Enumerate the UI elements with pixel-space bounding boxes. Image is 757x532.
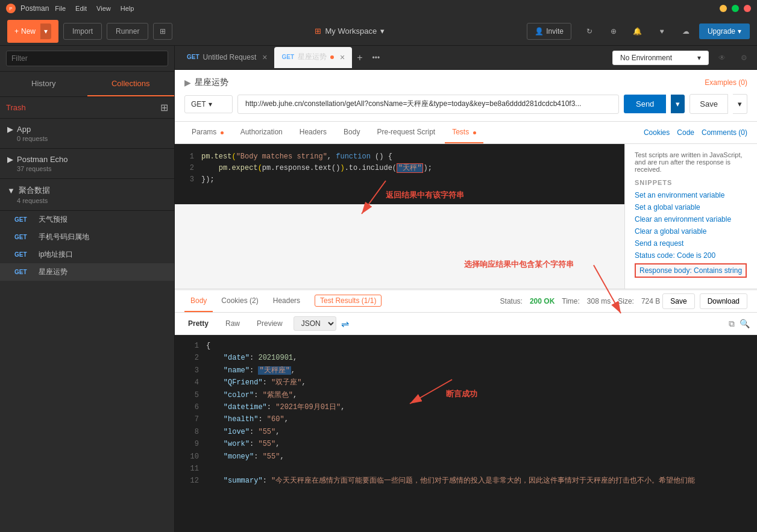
json-line-3: 3 "name": "天秤座", xyxy=(182,365,750,377)
fmt-raw[interactable]: Raw xyxy=(219,317,246,330)
tab-constellation[interactable]: GET 星座运势 × xyxy=(274,47,352,68)
req-tab-tests[interactable]: Tests xyxy=(445,122,483,143)
resp-tab-body[interactable]: Body xyxy=(184,290,213,312)
extra-button[interactable]: ⊞ xyxy=(153,23,172,40)
snippet-status-200[interactable]: Status code: Code is 200 xyxy=(635,251,747,260)
cookies-link[interactable]: Cookies xyxy=(644,128,670,137)
notification-icon[interactable]: 🔔 xyxy=(629,23,646,40)
req-tab-prerequest[interactable]: Pre-request Script xyxy=(369,122,442,143)
request-expand-icon: ▶ xyxy=(184,78,191,87)
workspace-chevron-icon: ▾ xyxy=(380,27,385,36)
heart-icon[interactable]: ♥ xyxy=(653,23,670,40)
response-format-bar: Pretty Raw Preview JSON ⇌ ⧉ 🔍 xyxy=(175,313,757,335)
request-constellation[interactable]: GET 星座运势 xyxy=(0,263,174,281)
workspace-selector[interactable]: ⊞ My Workspace ▾ xyxy=(315,27,385,36)
snippet-global-var[interactable]: Set a global variable xyxy=(635,203,747,211)
resp-tab-test-results[interactable]: Test Results (1/1) xyxy=(309,290,388,312)
code-editor[interactable]: 1 pm.test("Body matches string", functio… xyxy=(175,144,624,204)
json-line-7: 7 "health": "60", xyxy=(182,413,750,425)
sync-icon[interactable]: ↻ xyxy=(581,23,598,40)
format-select[interactable]: JSON xyxy=(294,316,336,331)
upgrade-button[interactable]: Upgrade ▾ xyxy=(699,23,750,39)
close-btn[interactable] xyxy=(744,5,751,12)
code-link[interactable]: Code xyxy=(677,128,694,137)
request-phone-name: 手机号码归属地 xyxy=(39,232,89,242)
format-icon[interactable]: ⇌ xyxy=(341,318,349,330)
app-name: Postman xyxy=(20,4,49,13)
collection-echo-name: ▶ Postman Echo xyxy=(7,155,167,164)
method-select[interactable]: GET ▾ xyxy=(184,95,233,113)
req-tab-body[interactable]: Body xyxy=(336,122,367,143)
req-tab-headers[interactable]: Headers xyxy=(292,122,334,143)
maximize-btn[interactable] xyxy=(732,5,739,12)
add-folder-button[interactable]: ⊞ xyxy=(160,102,168,113)
request-weather[interactable]: GET 天气预报 xyxy=(0,211,174,228)
resp-tab-cookies[interactable]: Cookies (2) xyxy=(215,290,264,312)
runner-button[interactable]: Runner xyxy=(107,23,148,40)
tab-untitled-method: GET xyxy=(187,54,199,60)
menu-edit[interactable]: Edit xyxy=(75,5,87,12)
resp-tab-headers[interactable]: Headers xyxy=(267,290,306,312)
sidebar-tab-collections[interactable]: Collections xyxy=(87,72,175,96)
invite-button[interactable]: 👤 Invite xyxy=(527,23,571,40)
examples-link[interactable]: Examples (0) xyxy=(705,78,747,87)
interceptor-icon[interactable]: ⊕ xyxy=(605,23,622,40)
method-chevron-icon: ▾ xyxy=(209,100,212,108)
json-body[interactable]: 1 { 2 "date": 20210901, 3 "name": "天秤座",… xyxy=(175,335,757,532)
minimize-btn[interactable] xyxy=(720,5,727,12)
collection-juhe[interactable]: ▼ 聚合数据 4 requests xyxy=(0,179,174,211)
new-tab-button[interactable]: + xyxy=(352,48,367,68)
snippet-contains-string[interactable]: Response body: Contains string xyxy=(635,263,747,278)
snippet-env-var[interactable]: Set an environment variable xyxy=(635,191,747,199)
sidebar-tab-history[interactable]: History xyxy=(0,72,87,96)
new-button[interactable]: + New ▾ xyxy=(7,20,58,43)
tab-untitled-close[interactable]: × xyxy=(262,52,267,62)
send-button[interactable]: Send xyxy=(624,95,666,113)
req-tab-authorization[interactable]: Authorization xyxy=(233,122,290,143)
save-dropdown-button[interactable]: ▾ xyxy=(733,94,747,114)
request-tabs: Params Authorization Headers Body Pre-re… xyxy=(175,122,757,144)
env-settings-icon[interactable]: ⚙ xyxy=(735,49,752,66)
tab-untitled[interactable]: GET Untitled Request × xyxy=(180,48,274,68)
app-title: P Postman xyxy=(6,4,49,13)
import-button[interactable]: Import xyxy=(63,23,102,40)
url-bar: GET ▾ Send ▾ Save ▾ xyxy=(184,94,747,114)
env-selector[interactable]: No Environment ▾ xyxy=(612,51,709,65)
json-line-1: 1 { xyxy=(182,340,750,352)
request-phone[interactable]: GET 手机号码归属地 xyxy=(0,228,174,246)
response-actions: Save Download xyxy=(662,293,747,309)
snippet-clear-global[interactable]: Clear a global variable xyxy=(635,227,747,236)
menu-help[interactable]: Help xyxy=(121,5,134,12)
download-button[interactable]: Download xyxy=(700,293,747,309)
save-button[interactable]: Save xyxy=(689,94,728,114)
format-icons: ⧉ 🔍 xyxy=(729,319,750,329)
tab-constellation-close[interactable]: × xyxy=(340,52,345,62)
search-input[interactable] xyxy=(6,51,168,66)
new-dropdown-icon[interactable]: ▾ xyxy=(40,23,51,39)
req-tab-params[interactable]: Params xyxy=(184,122,231,143)
titlebar: P Postman File Edit View Help xyxy=(0,0,757,17)
fmt-pretty[interactable]: Pretty xyxy=(182,317,215,330)
trash-label[interactable]: Trash xyxy=(6,103,26,112)
request-title[interactable]: ▶ 星座运势 xyxy=(184,77,228,88)
send-dropdown-button[interactable]: ▾ xyxy=(671,95,685,113)
url-input[interactable] xyxy=(237,95,619,114)
fmt-preview[interactable]: Preview xyxy=(251,317,289,330)
collection-postman-echo[interactable]: ▶ Postman Echo 37 requests xyxy=(0,149,174,179)
request-ip[interactable]: GET ip地址接口 xyxy=(0,246,174,263)
cloud-icon[interactable]: ☁ xyxy=(677,23,694,40)
save-response-button[interactable]: Save xyxy=(662,293,694,309)
snippet-send-request[interactable]: Send a request xyxy=(635,239,747,248)
comments-link[interactable]: Comments (0) xyxy=(702,128,747,137)
copy-icon[interactable]: ⧉ xyxy=(729,319,735,329)
search-response-icon[interactable]: 🔍 xyxy=(740,319,750,329)
snippet-clear-env[interactable]: Clear an environment variable xyxy=(635,215,747,224)
collection-app[interactable]: ▶ App 0 requests xyxy=(0,119,174,149)
snippets-panel: Test scripts are written in JavaScript, … xyxy=(624,144,757,289)
menu-view[interactable]: View xyxy=(96,5,111,12)
tab-more-button[interactable]: ••• xyxy=(368,49,385,67)
request-title-row: ▶ 星座运势 Examples (0) xyxy=(184,77,747,88)
menu-file[interactable]: File xyxy=(55,5,66,12)
env-label: No Environment xyxy=(620,54,672,62)
env-eye-icon[interactable]: 👁 xyxy=(714,49,730,66)
